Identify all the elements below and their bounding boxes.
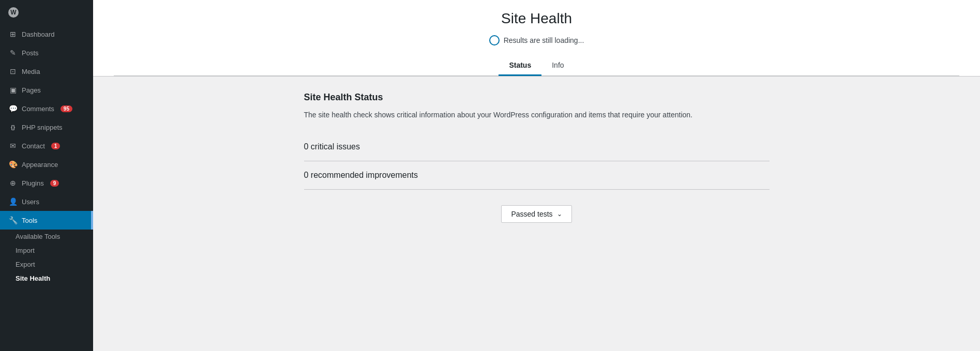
sidebar-item-php-snippets[interactable]: {} PHP snippets — [0, 118, 93, 136]
page-title: Site Health — [114, 10, 959, 27]
contact-icon: ✉ — [8, 141, 18, 150]
sidebar-item-posts[interactable]: ✎ Posts — [0, 43, 93, 62]
submenu-available-tools[interactable]: Available Tools — [0, 230, 93, 243]
critical-issues-count: 0 critical issues — [304, 142, 360, 151]
sidebar-item-label: Posts — [22, 49, 39, 57]
section-desc: The site health check shows critical inf… — [304, 109, 770, 120]
sidebar-item-comments[interactable]: 💬 Comments 95 — [0, 99, 93, 118]
section-title: Site Health Status — [304, 92, 770, 103]
sidebar-item-label: PHP snippets — [22, 124, 63, 131]
sidebar-item-label: Contact — [22, 142, 45, 150]
critical-issues-row: 0 critical issues — [304, 133, 770, 161]
submenu-site-health[interactable]: Site Health — [0, 271, 93, 285]
tabs-bar: Status Info — [114, 56, 959, 76]
sidebar-item-users[interactable]: 👤 Users — [0, 192, 93, 211]
sidebar-item-plugins[interactable]: ⊕ Plugins 9 — [0, 174, 93, 192]
appearance-icon: 🎨 — [8, 160, 18, 169]
tab-info[interactable]: Info — [541, 56, 574, 76]
sidebar-item-label: Users — [22, 198, 39, 206]
loading-circle-icon — [489, 35, 500, 45]
chevron-down-icon: ⌄ — [557, 210, 562, 218]
sidebar-item-label: Dashboard — [22, 30, 55, 38]
sidebar-item-label: Media — [22, 68, 40, 75]
passed-tests-label: Passed tests — [511, 210, 552, 218]
main-content: Site Health Results are still loading...… — [93, 0, 980, 351]
sidebar-item-label: Plugins — [22, 179, 44, 187]
sidebar-item-label: Comments — [22, 105, 54, 113]
status-content: Site Health Status The site health check… — [93, 77, 980, 238]
sidebar-item-appearance[interactable]: 🎨 Appearance — [0, 155, 93, 174]
media-icon: ⊡ — [8, 67, 18, 76]
loading-text: Results are still loading... — [504, 36, 584, 44]
sidebar-item-pages[interactable]: ▣ Pages — [0, 81, 93, 99]
recommended-improvements-row: 0 recommended improvements — [304, 161, 770, 190]
tools-icon: 🔧 — [8, 216, 18, 225]
tab-status[interactable]: Status — [499, 56, 541, 76]
sidebar-item-dashboard[interactable]: ⊞ Dashboard — [0, 25, 93, 43]
plugins-icon: ⊕ — [8, 178, 18, 188]
wp-logo-icon: W — [8, 7, 19, 18]
comments-badge: 95 — [61, 105, 72, 112]
passed-tests-section: Passed tests ⌄ — [304, 205, 770, 223]
submenu-export[interactable]: Export — [0, 257, 93, 271]
users-icon: 👤 — [8, 197, 18, 206]
posts-icon: ✎ — [8, 48, 18, 57]
dashboard-icon: ⊞ — [8, 29, 18, 39]
passed-tests-button[interactable]: Passed tests ⌄ — [501, 205, 571, 223]
sidebar-item-label: Tools — [22, 217, 37, 224]
pages-icon: ▣ — [8, 85, 18, 95]
sidebar-item-label: Appearance — [22, 161, 58, 169]
contact-badge: 1 — [51, 143, 61, 149]
plugins-badge: 9 — [50, 180, 59, 187]
recommended-improvements-count: 0 recommended improvements — [304, 171, 418, 179]
comments-icon: 💬 — [8, 104, 18, 113]
php-snippets-icon: {} — [8, 123, 18, 132]
sidebar-item-label: Pages — [22, 86, 41, 94]
sidebar-item-tools[interactable]: 🔧 Tools — [0, 211, 93, 230]
submenu-import[interactable]: Import — [0, 243, 93, 257]
loading-status: Results are still loading... — [114, 35, 959, 45]
sidebar: W ⊞ Dashboard ✎ Posts ⊡ Media ▣ Pages 💬 … — [0, 0, 93, 351]
sidebar-item-contact[interactable]: ✉ Contact 1 — [0, 136, 93, 155]
tools-submenu: Available Tools Import Export Site Healt… — [0, 230, 93, 285]
sidebar-item-media[interactable]: ⊡ Media — [0, 62, 93, 81]
sidebar-logo: W — [0, 0, 93, 25]
